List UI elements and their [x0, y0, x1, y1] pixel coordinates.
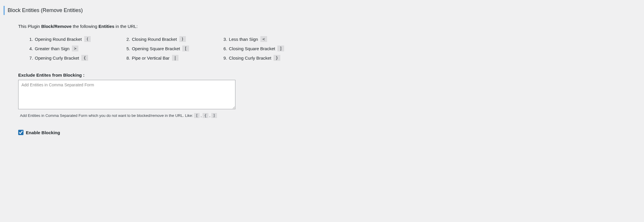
intro-text: This Plugin Block/Remove the following E…: [18, 24, 315, 29]
entity-label: Greater than Sign: [35, 46, 70, 51]
helper-prefix: Add Entities in Comma Separated Form whi…: [20, 113, 193, 118]
enable-blocking-checkbox[interactable]: [18, 130, 23, 135]
entity-item: 8. Pipe or Vertical Bar |: [127, 55, 218, 61]
entity-symbol: (: [84, 36, 91, 42]
entity-num: 8.: [127, 56, 130, 60]
helper-sep: ,: [209, 113, 210, 118]
entity-item: 2. Closing Round Bracket ): [127, 36, 218, 42]
entity-num: 9.: [223, 56, 227, 60]
entity-item: 5. Opening Square Bracket [: [127, 46, 218, 51]
helper-symbol: [: [194, 113, 200, 118]
entity-symbol: >: [72, 46, 78, 51]
helper-sep: ,: [200, 113, 202, 118]
section-title: Block Entities (Remove Entities): [8, 7, 640, 14]
helper-symbol: {: [203, 113, 208, 118]
entity-label: Pipe or Vertical Bar: [132, 56, 169, 60]
entity-num: 4.: [29, 46, 33, 51]
helper-symbol: ]: [211, 113, 217, 118]
entity-num: 5.: [127, 46, 130, 51]
entity-symbol: }: [274, 55, 280, 61]
entity-item: 6. Closing Square Bracket ]: [223, 46, 315, 51]
intro-mid: the following: [72, 24, 99, 29]
intro-prefix: This Plugin: [18, 24, 41, 29]
exclude-helper-text: Add Entities in Comma Separated Form whi…: [20, 113, 315, 118]
entity-label: Closing Curly Bracket: [229, 56, 271, 60]
intro-bold1: Block/Remove: [41, 24, 71, 29]
entity-label: Opening Square Bracket: [132, 46, 180, 51]
entity-num: 7.: [29, 56, 33, 60]
entity-symbol: <: [260, 36, 267, 42]
entity-num: 6.: [223, 46, 227, 51]
entity-label: Closing Square Bracket: [229, 46, 275, 51]
entity-num: 1.: [29, 37, 33, 42]
entity-symbol: ]: [277, 46, 284, 51]
entity-num: 3.: [223, 37, 227, 42]
entity-symbol: [: [182, 46, 189, 51]
entity-num: 2.: [127, 37, 130, 42]
entity-symbol: |: [172, 55, 178, 61]
entity-grid: 1. Opening Round Bracket ( 2. Closing Ro…: [18, 36, 315, 61]
entity-label: Opening Curly Bracket: [35, 56, 79, 60]
entity-item: 4. Greater than Sign >: [29, 46, 121, 51]
entity-symbol: {: [81, 55, 88, 61]
enable-blocking-label[interactable]: Enable Blocking: [26, 130, 60, 135]
entity-symbol: ): [179, 36, 186, 42]
entity-label: Opening Round Bracket: [35, 37, 82, 42]
entity-item: 3. Less than Sign <: [223, 36, 315, 42]
exclude-entities-input[interactable]: [18, 80, 235, 109]
entity-label: Closing Round Bracket: [132, 37, 177, 42]
intro-bold2: Entities: [98, 24, 114, 29]
entity-item: 7. Opening Curly Bracket {: [29, 55, 121, 61]
content-area: This Plugin Block/Remove the following E…: [4, 24, 315, 135]
intro-suffix: in the URL:: [114, 24, 138, 29]
section-header: Block Entities (Remove Entities): [4, 6, 640, 15]
entity-item: 9. Closing Curly Bracket }: [223, 55, 315, 61]
enable-blocking-row: Enable Blocking: [18, 130, 315, 135]
entity-label: Less than Sign: [229, 37, 258, 42]
exclude-label: Exclude Entites from Blocking :: [18, 73, 315, 78]
entity-item: 1. Opening Round Bracket (: [29, 36, 121, 42]
